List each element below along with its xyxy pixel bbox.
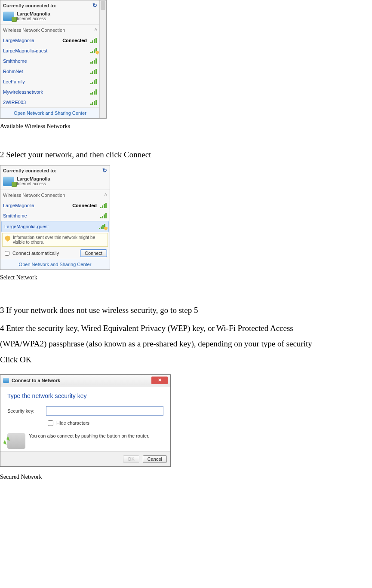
network-name: Smithhome xyxy=(3,58,89,64)
cancel-button[interactable]: Cancel xyxy=(143,455,167,463)
signal-icon xyxy=(100,203,107,208)
signal-icon xyxy=(90,100,97,105)
chevron-up-icon[interactable]: ^ xyxy=(95,28,97,33)
router-icon xyxy=(7,433,25,449)
network-status: Connected xyxy=(72,203,97,208)
step-4-line3: Click OK xyxy=(0,352,372,368)
open-network-center-link[interactable]: Open Network and Sharing Center xyxy=(0,259,110,270)
network-item[interactable]: Smithhome xyxy=(0,211,110,221)
router-hint-text: You can also connect by pushing the butt… xyxy=(29,433,149,438)
network-item[interactable]: LargeMagnolia-guest xyxy=(0,46,100,56)
network-name: LargeMagnolia xyxy=(3,203,71,208)
header-label: Currently connected to: xyxy=(3,3,56,8)
current-network-sub: Internet access xyxy=(17,181,50,186)
step-3: 3 If your network does not use wireless … xyxy=(0,303,372,318)
network-item[interactable]: LargeMagnoliaConnected xyxy=(0,200,110,211)
network-name: LeeFamily xyxy=(3,79,89,84)
signal-icon xyxy=(90,48,97,53)
dialog-icon xyxy=(3,378,9,383)
step-4-line2: (WPA/WPA2) passphrase (also known as a p… xyxy=(0,336,372,352)
header-label: Currently connected to: xyxy=(3,168,56,173)
figure1-caption: Available Wireless Networks xyxy=(0,123,372,130)
step-2: 2 Select your network, and then click Co… xyxy=(0,147,372,162)
signal-icon xyxy=(90,58,97,64)
signal-icon xyxy=(90,89,97,95)
wifi-popup-2: Currently connected to: ↻ LargeMagnolia … xyxy=(0,165,110,270)
hide-characters-label: Hide characters xyxy=(56,420,89,426)
network-name: Mywirelessnetwork xyxy=(3,89,89,95)
network-name: 2WIRE003 xyxy=(3,100,89,105)
wifi-popup-1: Currently connected to: ↻ LargeMagnolia … xyxy=(0,0,107,119)
current-network-name: LargeMagnolia xyxy=(17,176,50,181)
network-item[interactable]: LargeMagnoliaConnected xyxy=(0,35,100,46)
network-item[interactable]: Mywirelessnetwork xyxy=(0,87,100,97)
step-4-line1: 4 Enter the security key, Wired Equivale… xyxy=(0,321,372,336)
security-warning: Information sent over this network might… xyxy=(2,233,108,247)
section-label: Wireless Network Connection xyxy=(3,193,65,198)
current-network-name: LargeMagnolia xyxy=(17,11,50,16)
network-item[interactable]: LargeMagnolia-guest xyxy=(1,221,109,232)
security-key-label: Security key: xyxy=(7,408,42,413)
refresh-icon[interactable]: ↻ xyxy=(92,2,97,9)
dialog-instruction: Type the network security key xyxy=(7,392,163,399)
network-item[interactable]: Smithhome xyxy=(0,56,100,66)
network-item[interactable]: LeeFamily xyxy=(0,77,100,87)
scrollbar[interactable] xyxy=(99,0,106,118)
signal-icon xyxy=(100,213,107,218)
ok-button[interactable]: OK xyxy=(123,455,139,463)
signal-icon xyxy=(90,79,97,84)
hide-characters-checkbox[interactable] xyxy=(48,420,53,426)
network-name: RohmNet xyxy=(3,69,89,74)
refresh-icon[interactable]: ↻ xyxy=(102,167,107,174)
network-name: Smithhome xyxy=(3,213,98,218)
network-item[interactable]: 2WIRE003 xyxy=(0,97,100,107)
signal-icon xyxy=(99,224,106,229)
current-network-sub: Internet access xyxy=(17,16,50,21)
open-network-center-link[interactable]: Open Network and Sharing Center xyxy=(0,107,100,118)
shield-icon xyxy=(5,236,10,242)
network-item[interactable]: RohmNet xyxy=(0,66,100,77)
connect-auto-checkbox[interactable]: Connect automatically xyxy=(3,250,59,257)
network-icon xyxy=(3,12,14,21)
network-name: LargeMagnolia xyxy=(3,38,61,43)
signal-icon xyxy=(90,38,97,43)
network-name: LargeMagnolia-guest xyxy=(3,48,89,53)
dialog-title: Connect to a Network xyxy=(12,378,60,383)
figure2-caption: Select Network xyxy=(0,274,372,281)
close-icon[interactable]: ✕ xyxy=(151,377,168,384)
section-label: Wireless Network Connection xyxy=(3,28,65,33)
chevron-up-icon[interactable]: ^ xyxy=(105,193,107,198)
network-icon xyxy=(3,177,14,186)
dialog-caption: Secured Network xyxy=(0,474,372,481)
connect-button[interactable]: Connect xyxy=(80,249,107,257)
security-key-dialog: Connect to a Network ✕ Type the network … xyxy=(0,374,171,467)
network-status: Connected xyxy=(62,38,87,43)
network-name: LargeMagnolia-guest xyxy=(4,224,97,229)
security-key-input[interactable] xyxy=(46,406,163,416)
signal-icon xyxy=(90,69,97,74)
